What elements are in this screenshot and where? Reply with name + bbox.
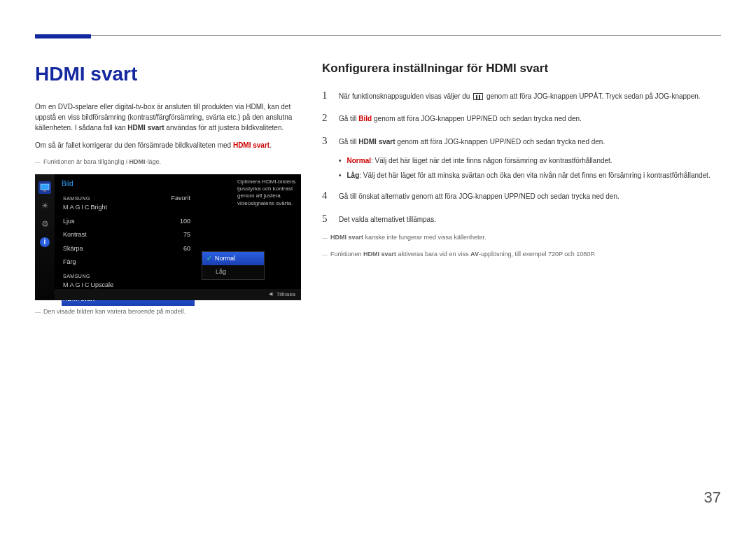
magic-prefix: SAMSUNG [63,274,90,279]
magic-prefix: SAMSUNG [63,196,90,201]
step-body: Gå till HDMI svart genom att föra JOG-kn… [339,136,721,147]
osd-row-skarpa: Skärpa 60 [62,242,195,256]
step-5: 5 Det valda alternativet tillämpas. [322,211,721,227]
bold-term: Låg [347,171,360,179]
step-number: 2 [322,110,330,126]
info-icon: i [38,236,51,248]
monitor-icon [38,181,51,194]
caption-text: Den visade bilden kan variera beroende p… [43,307,186,317]
page: HDMI svart Om en DVD-spelare eller digit… [0,0,756,323]
bold-term: HDMI svart [127,124,164,132]
text: : Välj det här läget när det inte finns … [371,157,612,164]
page-number: 37 [704,486,721,509]
step-body: Gå till Bild genom att föra JOG-knappen … [339,113,721,124]
check-icon: ✓ [206,254,212,264]
osd-value: Favorit [171,194,190,213]
red-term: Bild [358,115,372,122]
osd-value: 60 [183,244,190,254]
text: Funktionen är bara tillgänglig i [43,158,130,165]
bold-term: AV [470,251,479,258]
step-number: 3 [322,133,330,149]
sun-icon: ☀ [38,199,51,212]
gear-icon: ⚙ [38,218,51,230]
osd-value: 75 [183,230,190,240]
osd-row-kontrast: Kontrast 75 [62,228,195,242]
text: Gå till [339,138,358,146]
page-title: HDMI svart [35,59,301,89]
text: När funktionsknappsguiden visas väljer d… [339,92,472,100]
option-label: Låg [216,267,226,277]
magic-suffix: Upscale [91,281,114,288]
text: Om så är fallet korrigerar du den försäm… [35,141,233,149]
note-hdmi-mode: Funktionen är bara tillgänglig i HDMI-lä… [35,157,301,167]
text: Funktionen [330,251,363,258]
text: Gå till [339,115,358,122]
osd-row-ljus: Ljus 100 [62,215,195,229]
bold-term: HDMI svart [363,251,396,258]
left-column: HDMI svart Om en DVD-spelare eller digit… [35,59,301,323]
accent-bar [35,34,91,38]
osd-screenshot: ☀ ⚙ i Bild SAMSUNGMAGICBright Favorit [35,174,301,300]
osd-value: 100 [180,217,190,227]
columns: HDMI svart Om en DVD-spelare eller digit… [35,59,721,323]
osd-popup-option-lag: Låg [202,265,264,279]
osd-label: Kontrast [63,230,87,240]
top-rule [91,35,721,36]
step-number: 4 [322,188,330,204]
osd-label: Skärpa [63,244,83,254]
intro-para-1: Om en DVD-spelare eller digital-tv-box ä… [35,101,301,133]
back-label: Tillbaka [276,290,295,299]
steps-list: 1 När funktionsknappsguiden visas väljer… [322,87,721,149]
osd-main: Bild SAMSUNGMAGICBright Favorit Ljus 100… [55,174,301,300]
osd-row-bright: SAMSUNGMAGICBright Favorit [62,192,195,215]
triangle-left-icon: ◀ [269,290,272,298]
text: -läge. [146,158,162,165]
bold-term: HDMI svart [358,138,395,146]
osd-label: Färg [63,258,76,267]
osd-row-farg: Färg [62,255,195,269]
step-number: 5 [322,211,330,227]
option-label: Normal [215,254,235,264]
osd-sidebar: ☀ ⚙ i [35,174,55,300]
note-sources: HDMI svart kanske inte fungerar med viss… [322,233,721,243]
text: . [270,141,272,149]
right-column: Konfigurera inställningar för HDMI svart… [322,59,721,323]
step-body: Det valda alternativet tillämpas. [339,214,721,225]
svg-rect-1 [43,190,46,192]
intro-para-2: Om så är fallet korrigerar du den försäm… [35,140,301,150]
bold-term: HDMI svart [330,234,363,241]
step-4: 4 Gå till önskat alternativ genom att fö… [322,188,721,204]
svg-rect-0 [41,184,49,190]
section-title: Konfigurera inställningar för HDMI svart [322,59,721,78]
option-bullets: Normal: Välj det här läget när det inte … [322,155,721,181]
text: genom att föra JOG-knappen UPP/NED och s… [396,138,606,146]
note-resolution: Funktionen HDMI svart aktiveras bara vid… [322,250,721,260]
text: genom att föra JOG-knappen UPP/NED och s… [372,115,582,122]
text: genom att föra JOG-knappen UPPÅT. Tryck … [484,92,701,100]
red-term: HDMI svart [233,141,270,149]
text: : Välj det här läget för att minska svär… [359,171,710,179]
step-body: Gå till önskat alternativ genom att föra… [339,191,721,202]
step-body: När funktionsknappsguiden visas väljer d… [339,91,721,101]
step-1: 1 När funktionsknappsguiden visas väljer… [322,87,721,104]
step-2: 2 Gå till Bild genom att föra JOG-knappe… [322,110,721,126]
menu-icon [473,93,483,100]
text: kanske inte fungerar med vissa källenhet… [363,234,486,241]
steps-list-cont: 4 Gå till önskat alternativ genom att fö… [322,188,721,226]
osd-popup: ✓ Normal Låg [202,251,265,280]
step-3: 3 Gå till HDMI svart genom att föra JOG-… [322,133,721,149]
step-number: 1 [322,87,330,104]
osd-description: Optimera HDMI-bildens ljusstyrka och kon… [237,178,297,208]
text: -upplösning, till exempel 720P och 1080P… [479,251,596,258]
osd-popup-option-normal: ✓ Normal [202,252,264,266]
caption-note: Den visade bilden kan variera beroende p… [35,307,301,317]
bullet-lag: Låg: Välj det här läget för att minska s… [339,170,721,181]
bold-term: HDMI [130,158,146,165]
text: användas för att justera bildkvaliteten. [164,124,284,132]
red-term: Normal [347,157,371,164]
osd-footer: ◀ Tillbaka [55,289,301,300]
osd-label: Ljus [63,217,75,227]
text: aktiveras bara vid en viss [396,251,470,258]
bullet-normal: Normal: Välj det här läget när det inte … [339,155,721,166]
magic-suffix: Bright [91,204,108,211]
